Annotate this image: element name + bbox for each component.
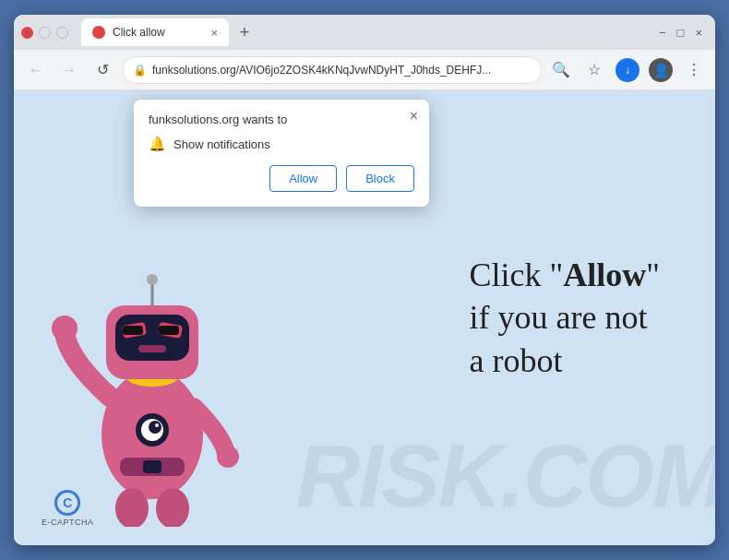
permission-popup: × funksolutions.org wants to 🔔 Show noti… — [134, 100, 429, 207]
main-text-line1: Click "Allow" — [470, 253, 660, 296]
lock-icon: 🔒 — [133, 64, 147, 77]
svg-point-17 — [156, 488, 189, 527]
page-content: RISK.COM — [14, 90, 715, 545]
popup-close-button[interactable]: × — [410, 109, 418, 124]
window-close-control[interactable]: × — [695, 26, 702, 40]
watermark-text: RISK.COM — [296, 425, 715, 527]
bold-allow-text: Allow — [563, 256, 646, 292]
ecaptcha-logo: C E-CAPTCHA — [42, 490, 94, 527]
window-right-controls: − □ × — [659, 26, 708, 40]
active-tab[interactable]: Click allow × — [81, 18, 229, 46]
window-close-btn[interactable]: × — [21, 27, 33, 39]
main-text-line2: if you are not — [470, 296, 660, 340]
menu-button[interactable]: ⋮ — [682, 58, 706, 82]
window-maximize-btn[interactable] — [56, 27, 68, 39]
url-text: funksolutions.org/AVIO6jo2ZOSK4kKNqJvwND… — [152, 64, 532, 77]
tab-bar: Click allow × + — [81, 18, 653, 46]
svg-rect-11 — [138, 345, 166, 352]
address-bar: ← → ↺ 🔒 funksolutions.org/AVIO6jo2ZOSK4k… — [14, 50, 715, 90]
svg-point-20 — [149, 421, 161, 434]
tab-favicon — [92, 26, 105, 39]
svg-point-21 — [155, 423, 159, 427]
notification-label: Show notifications — [173, 137, 270, 151]
robot-illustration — [32, 195, 272, 527]
svg-point-13 — [147, 274, 158, 285]
svg-rect-2 — [143, 460, 161, 473]
svg-point-16 — [115, 488, 149, 527]
profile-button[interactable]: 👤 — [649, 58, 673, 82]
close-icon: × — [25, 28, 30, 37]
forward-button[interactable]: → — [56, 57, 82, 83]
search-icon-button[interactable]: 🔍 — [549, 58, 573, 82]
main-text-line3: a robot — [470, 340, 660, 383]
reload-button[interactable]: ↺ — [90, 57, 115, 83]
title-bar: × Click allow × + − □ × — [14, 15, 715, 50]
browser-window: × Click allow × + − □ × ← → ↺ 🔒 funksolu… — [14, 15, 715, 545]
window-maximize-control[interactable]: □ — [677, 26, 685, 40]
main-page-text: Click "Allow" if you are not a robot — [470, 253, 660, 382]
svg-rect-10 — [159, 326, 179, 335]
toolbar-icons: 🔍 ☆ ↓ 👤 ⋮ — [549, 58, 706, 82]
popup-title: funksolutions.org wants to — [149, 113, 414, 126]
block-button[interactable]: Block — [346, 165, 414, 192]
back-button[interactable]: ← — [23, 57, 49, 83]
tab-title: Click allow — [113, 26, 165, 39]
ecaptcha-icon: C — [54, 490, 80, 516]
download-indicator[interactable]: ↓ — [615, 58, 639, 82]
window-controls: × — [21, 27, 68, 39]
popup-notification-row: 🔔 Show notifications — [149, 136, 414, 152]
svg-point-14 — [52, 316, 78, 341]
tab-close-button[interactable]: × — [210, 26, 218, 40]
bell-icon: 🔔 — [149, 136, 166, 152]
ecaptcha-label: E-CAPTCHA — [42, 518, 94, 527]
window-minimize-control[interactable]: − — [659, 26, 666, 40]
window-minimize-btn[interactable] — [39, 27, 51, 39]
svg-rect-8 — [123, 326, 143, 335]
robot-svg — [51, 213, 254, 527]
bookmark-button[interactable]: ☆ — [582, 58, 606, 82]
svg-point-15 — [217, 446, 239, 468]
new-tab-button[interactable]: + — [233, 20, 257, 44]
url-bar[interactable]: 🔒 funksolutions.org/AVIO6jo2ZOSK4kKNqJvw… — [123, 56, 542, 84]
popup-buttons: Allow Block — [149, 165, 414, 192]
allow-button[interactable]: Allow — [269, 165, 337, 192]
